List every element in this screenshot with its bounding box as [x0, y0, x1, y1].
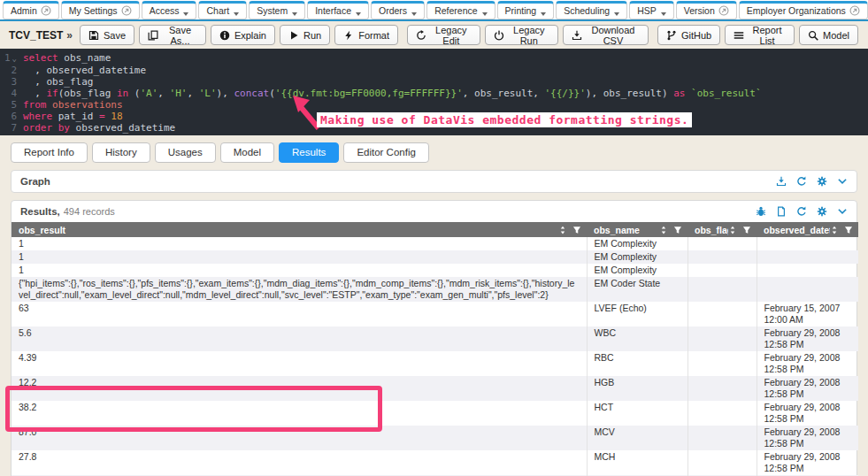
line-number: 3 [0, 76, 23, 88]
cell-obs-flag [687, 426, 757, 450]
result-tabs: Report InfoHistoryUsagesModelResultsEdit… [0, 135, 868, 163]
nav-tab-my-settings[interactable]: My Settings [61, 1, 140, 19]
nav-tab-system[interactable]: System [249, 1, 305, 19]
column-label: obs_result [19, 225, 558, 235]
chevron-down-icon[interactable] [837, 176, 848, 187]
code-line: 4 , if(obs_flag in ('A', 'H', 'L'), conc… [0, 88, 868, 99]
table-row[interactable]: 1EM Complexity [12, 237, 858, 250]
table-row[interactable]: 1EM Complexity [12, 264, 858, 277]
tab-model[interactable]: Model [220, 142, 274, 163]
legacy-edit-button[interactable]: Legacy Edit [407, 25, 480, 45]
filter-icon[interactable] [673, 226, 682, 234]
cell-obs-flag [687, 326, 757, 351]
cell-observed-datetime: February 29, 2008 12:58 PM [757, 401, 858, 426]
sort-icon[interactable] [558, 226, 567, 234]
nav-tab-access[interactable]: Access [142, 1, 197, 19]
table-row[interactable]: 5.6WBCFebruary 29, 2008 12:58 PM [12, 326, 858, 351]
cell-obs-result: 38.2 [12, 401, 587, 426]
download-csv-button[interactable]: Download CSV [563, 25, 649, 45]
github-button[interactable]: GitHub [657, 25, 720, 45]
run-button[interactable]: Run [280, 25, 330, 45]
refresh-icon[interactable] [796, 176, 807, 187]
nav-tab-interface[interactable]: Interface [307, 1, 369, 19]
tab-results[interactable]: Results [279, 142, 339, 163]
table-row[interactable]: 12.2HGBFebruary 29, 2008 12:58 PM [12, 376, 858, 401]
top-nav: AdminMy SettingsAccessChartSystemInterfa… [0, 0, 868, 21]
cell-observed-datetime [757, 237, 858, 250]
graph-panel-header[interactable]: Graph [12, 171, 856, 192]
line-number: 4 [0, 88, 23, 99]
gear-icon[interactable] [817, 176, 827, 187]
nav-tab-chart[interactable]: Chart [198, 1, 247, 19]
column-header-observed_datetime[interactable]: observed_datetime [757, 222, 858, 237]
results-record-count: 494 records [64, 206, 115, 217]
dropdown-indicator-icon [482, 12, 488, 16]
table-row[interactable]: 87.0MCVFebruary 29, 2008 12:58 PM [12, 426, 858, 450]
filter-icon[interactable] [844, 226, 853, 234]
model-button[interactable]: Model [799, 25, 858, 45]
explain-button[interactable]: Explain [211, 25, 275, 45]
cell-observed-datetime: February 29, 2008 12:58 PM [757, 326, 858, 351]
filter-icon[interactable] [572, 226, 581, 234]
chevron-down-icon[interactable] [837, 206, 848, 217]
nav-tab-orders[interactable]: Orders [371, 1, 425, 19]
download-icon[interactable] [776, 176, 787, 187]
document-icon[interactable] [776, 206, 787, 217]
table-row[interactable]: {"hpi_items":{},"ros_items":{},"pfs_item… [12, 277, 858, 302]
column-label: obs_flag [695, 225, 728, 235]
table-row[interactable]: 4.39RBCFebruary 29, 2008 12:58 PM [12, 351, 858, 376]
cell-obs-result: 5.6 [12, 326, 587, 351]
table-row[interactable]: 27.8MCHFebruary 29, 2008 12:58 PM [12, 450, 858, 475]
nav-tab-reference[interactable]: Reference [426, 1, 495, 19]
save-as--button[interactable]: Save As... [139, 25, 206, 45]
column-controls [830, 226, 853, 234]
legacy-run-button[interactable]: Legacy Run [485, 25, 559, 45]
table-row[interactable]: 1EM Complexity [12, 250, 858, 264]
cell-obs-name: LVEF (Echo) [587, 302, 687, 326]
filter-icon[interactable] [742, 226, 751, 234]
nav-tab-label: System [257, 5, 288, 16]
bug-icon[interactable] [756, 206, 766, 217]
graph-panel-title: Graph [20, 176, 50, 187]
nav-tab-hsp[interactable]: HSP [629, 1, 674, 19]
nav-tab-version[interactable]: Version [676, 1, 737, 19]
tab-history[interactable]: History [92, 142, 150, 163]
external-link-icon [718, 5, 729, 16]
sort-icon[interactable] [728, 226, 737, 234]
fold-arrow-icon[interactable]: ⌄ [12, 54, 17, 63]
column-header-obs_result[interactable]: obs_result [12, 222, 587, 237]
dropdown-indicator-icon [356, 12, 361, 16]
cell-obs-name: EM Coder State [587, 277, 687, 302]
cell-observed-datetime: February 15, 2007 12:00 AM [757, 302, 858, 326]
nav-tab-employer-organizations[interactable]: Employer Organizations [739, 1, 868, 19]
report-list-button[interactable]: Report List [725, 25, 795, 45]
format-button[interactable]: Format [334, 25, 398, 45]
gear-icon[interactable] [817, 206, 827, 217]
table-row[interactable]: 38.2HCTFebruary 29, 2008 12:58 PM [12, 401, 858, 426]
nav-tab-scheduling[interactable]: Scheduling [556, 1, 627, 19]
refresh-icon[interactable] [796, 206, 807, 217]
results-panel-header[interactable]: Results, 494 records [12, 201, 856, 222]
column-header-obs_name[interactable]: obs_name [587, 222, 687, 237]
sort-icon[interactable] [659, 226, 668, 234]
tab-editor-config[interactable]: Editor Config [343, 142, 428, 163]
code-text: , if(obs_flag in ('A', 'H', 'L'), concat… [23, 88, 762, 99]
column-label: observed_datetime [764, 225, 830, 235]
sort-icon[interactable] [830, 226, 839, 234]
tab-report-info[interactable]: Report Info [11, 142, 88, 163]
cell-obs-result: 63 [12, 302, 587, 326]
explain-icon [219, 30, 230, 41]
nav-tab-printing[interactable]: Printing [497, 1, 555, 19]
save-button[interactable]: Save [80, 25, 134, 45]
column-controls [558, 226, 581, 234]
cell-obs-name: EM Complexity [587, 237, 687, 250]
tab-usages[interactable]: Usages [155, 142, 216, 163]
external-link-icon [849, 5, 860, 16]
nav-tab-label: Version [684, 5, 715, 16]
nav-tab-label: Interface [315, 5, 351, 16]
nav-tab-admin[interactable]: Admin [3, 1, 59, 19]
table-row[interactable]: 63LVEF (Echo)February 15, 2007 12:00 AM [12, 302, 858, 326]
column-header-obs_flag[interactable]: obs_flag [687, 222, 757, 237]
cell-obs-result: {"hpi_items":{},"ros_items":{},"pfs_item… [12, 277, 587, 302]
cell-obs-result: 1 [12, 237, 587, 250]
